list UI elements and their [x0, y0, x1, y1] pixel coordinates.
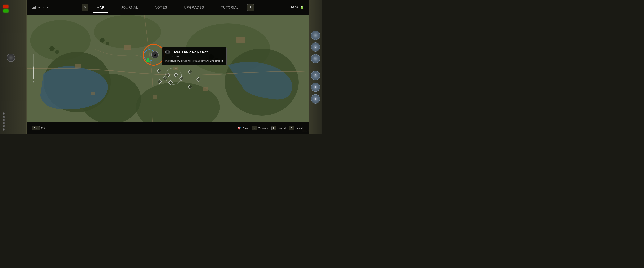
hint-zoom: 🎯 Zoom	[237, 126, 248, 130]
stash-icon: ♻	[154, 53, 156, 57]
svg-point-2	[94, 15, 161, 48]
right-button-s[interactable]: S	[311, 94, 320, 103]
indicator-green	[3, 9, 8, 12]
quest-subtitle: STASH	[165, 55, 224, 58]
svg-point-16	[55, 50, 59, 54]
player-label: To player	[258, 127, 268, 130]
svg-rect-14	[152, 95, 157, 99]
signal-bar-1	[32, 8, 32, 9]
tab-journal[interactable]: Journal	[113, 2, 146, 13]
main-content: Lesser Zone Q Map Journal Notes Upgrades…	[27, 0, 308, 134]
right-button-c[interactable]: C	[311, 71, 320, 80]
untrack-label: Untrack	[296, 127, 304, 130]
signal-bar-4	[35, 6, 36, 9]
quest-icon: ⊕	[165, 50, 170, 54]
player-marker	[144, 57, 151, 63]
quest-description: If you touch my loot, I'll find you and …	[165, 59, 224, 63]
svg-rect-9	[76, 64, 81, 68]
tab-map[interactable]: Map	[88, 2, 113, 13]
bottom-bar: Esc Exit 🎯 Zoom V To player L Legend F U…	[27, 122, 308, 134]
quest-tooltip: ⊕ STASH FOR A RAINY DAY STASH If you tou…	[162, 47, 226, 65]
zoom-bar-fill	[33, 66, 34, 79]
hint-legend: L Legend	[271, 126, 286, 130]
left-indicators	[3, 5, 8, 12]
svg-rect-10	[236, 37, 245, 43]
exit-key[interactable]: Esc	[32, 126, 40, 130]
key-v[interactable]: V	[252, 126, 257, 130]
bottom-left: Esc Exit	[32, 126, 45, 130]
tab-tutorial[interactable]: Tutorial	[212, 2, 247, 13]
hint-player: V To player	[252, 126, 268, 130]
screw	[2, 116, 5, 118]
right-button-m[interactable]: M	[311, 54, 320, 63]
screw	[2, 125, 5, 127]
indicator-red	[3, 5, 8, 8]
zoom-icon: 🎯	[237, 126, 241, 130]
zoom-label: Zoom	[242, 127, 248, 130]
svg-rect-13	[203, 87, 208, 91]
zoom-bar	[33, 54, 34, 79]
top-bar: Lesser Zone Q Map Journal Notes Upgrades…	[27, 0, 308, 15]
map-zoom-indicator: ×2	[32, 54, 34, 83]
signal-bar-2	[33, 7, 34, 9]
signal-bars	[32, 6, 36, 9]
map-background: ×2 ♻	[27, 15, 308, 122]
nav-key-e[interactable]: E	[247, 4, 254, 11]
screw	[2, 119, 5, 121]
key-f[interactable]: F	[289, 126, 294, 130]
tab-notes[interactable]: Notes	[146, 2, 176, 13]
key-l[interactable]: L	[271, 126, 276, 130]
right-panel: G J M C I S	[308, 0, 322, 134]
tab-upgrades[interactable]: Upgrades	[176, 2, 212, 13]
player-arrow	[146, 57, 150, 62]
nav-tabs: Q Map Journal Notes Upgrades Tutorial E	[66, 2, 270, 13]
exit-label: Exit	[41, 127, 45, 130]
zone-name: Lesser Zone	[38, 6, 50, 9]
right-button-i[interactable]: I	[311, 83, 320, 92]
svg-point-18	[106, 42, 109, 45]
left-panel	[0, 0, 27, 134]
hint-untrack: F Untrack	[289, 126, 304, 130]
quest-header: ⊕ STASH FOR A RAINY DAY	[165, 50, 224, 54]
right-button-j[interactable]: J	[311, 42, 320, 52]
bottom-right: 🎯 Zoom V To player L Legend F Untrack	[237, 126, 304, 130]
exit-hint: Esc Exit	[32, 126, 45, 130]
signal-bar-3	[34, 7, 34, 9]
stash-marker: ♻	[151, 51, 159, 58]
screw	[2, 122, 5, 124]
map-svg	[27, 15, 308, 122]
map-container[interactable]: ×2 ♻	[27, 15, 308, 122]
battery-icon: 🔋	[300, 6, 304, 9]
screw	[2, 128, 5, 131]
legend-label: Legend	[278, 127, 286, 130]
screw	[2, 112, 5, 115]
svg-rect-8	[124, 45, 131, 50]
time-display: 16:07	[291, 6, 298, 9]
left-dial	[7, 54, 15, 62]
svg-point-15	[50, 46, 54, 51]
svg-point-17	[100, 38, 105, 42]
right-button-g[interactable]: G	[311, 31, 320, 40]
quest-title: STASH FOR A RAINY DAY	[172, 51, 208, 54]
zoom-level: ×2	[32, 81, 34, 83]
nav-key-q[interactable]: Q	[82, 4, 88, 11]
top-bar-left: Lesser Zone	[32, 6, 66, 9]
top-bar-right: 16:07 🔋	[270, 6, 304, 9]
left-bottom-screws	[2, 112, 5, 131]
svg-rect-12	[90, 92, 95, 95]
